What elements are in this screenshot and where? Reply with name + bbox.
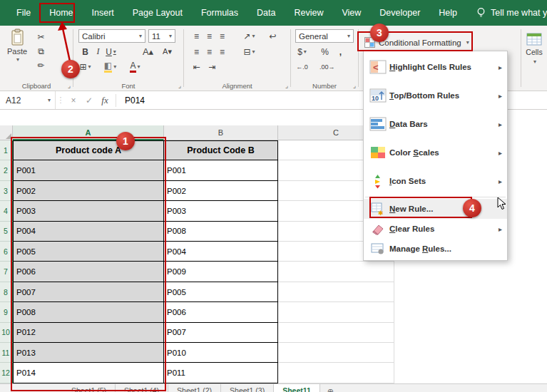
grow-font-button[interactable]: A▴ (141, 45, 155, 58)
name-box[interactable]: A12 ▾ (0, 91, 56, 109)
align-middle-icon: ≡ (207, 31, 212, 41)
alignment-dialog-launcher-icon[interactable]: ⌟ (285, 82, 288, 89)
orientation-button[interactable]: ↗▾ (242, 29, 256, 43)
tab-insert[interactable]: Insert (83, 0, 123, 26)
tab-formulas[interactable]: Formulas (192, 0, 247, 26)
cell-B9[interactable]: P006 (164, 302, 278, 322)
tab-data[interactable]: Data (247, 0, 285, 26)
align-left-button[interactable]: ≡ (190, 45, 203, 58)
font-name-combo[interactable]: Calibri ▾ (78, 29, 145, 43)
cell-B8[interactable]: P005 (164, 282, 278, 302)
cell-B1[interactable]: Product Code B (164, 140, 278, 160)
align-top-button[interactable]: ≡ (190, 29, 203, 43)
number-format-combo[interactable]: General ▾ (295, 29, 354, 43)
menu-item-color-scales[interactable]: Color Scales ▸ (364, 138, 507, 167)
column-header-B[interactable]: B (164, 125, 278, 140)
sheet-tab-3[interactable]: Sheet1 (2) (168, 384, 221, 392)
cell-C9[interactable] (278, 302, 394, 322)
percent-style-button[interactable]: % (318, 45, 332, 58)
italic-button[interactable]: I (91, 45, 105, 58)
tab-view[interactable]: View (332, 0, 370, 26)
cut-button[interactable]: ✂ (34, 30, 48, 43)
submenu-arrow-icon: ▸ (499, 120, 502, 128)
cell-B4[interactable]: P003 (164, 201, 278, 221)
shrink-font-button[interactable]: A▾ (160, 45, 174, 58)
menu-item-top-bottom-rules[interactable]: 10 Top/Bottom Rules ▸ (364, 81, 507, 110)
conditional-formatting-menu: < Highlight Cells Rules ▸ 10 Top/Bottom … (363, 51, 508, 261)
align-center-button[interactable]: ≡ (203, 45, 216, 58)
orientation-caret-icon: ▾ (252, 33, 255, 39)
cell-C7[interactable] (278, 262, 394, 282)
cell-C11[interactable] (278, 343, 394, 363)
align-middle-button[interactable]: ≡ (203, 29, 216, 43)
format-painter-button[interactable]: ✏ (34, 58, 48, 72)
merge-center-button[interactable]: ⊟▾ (242, 45, 256, 58)
font-group: Calibri ▾ 11 ▾ B I U▾ A▴ A▾ ⊞▾ ◧▾ A▾ Fon… (73, 26, 183, 91)
number-group: General ▾ $▾ % , ←.0 .00→ Number ⌟ (291, 26, 358, 91)
copy-button[interactable]: ⧉ (34, 44, 48, 58)
decrease-decimal-button[interactable]: .00→ (319, 60, 335, 73)
fx-icon: fx (101, 95, 108, 105)
cell-C12[interactable] (278, 363, 394, 383)
menu-item-clear-rules[interactable]: Clear Rules ▸ (364, 219, 507, 239)
cells-group-button[interactable]: Cells ▾ (521, 26, 547, 91)
cell-B5[interactable]: P008 (164, 222, 278, 242)
annotation-step-2: 2 (61, 60, 80, 78)
tab-page-layout[interactable]: Page Layout (123, 0, 192, 26)
menu-item-icon-sets[interactable]: Icon Sets ▸ (364, 167, 507, 195)
fill-color-button[interactable]: ◧▾ (103, 60, 117, 73)
annotation-arrow-step2 (56, 21, 80, 63)
clipboard-dialog-launcher-icon[interactable]: ⌟ (68, 82, 71, 89)
align-right-button[interactable]: ≡ (215, 45, 229, 58)
borders-button[interactable]: ⊞▾ (78, 60, 92, 73)
menu-item-manage-rules[interactable]: Manage Rules... (364, 239, 507, 259)
color-scales-icon (367, 145, 389, 160)
formula-bar-input[interactable]: P014 (119, 96, 145, 105)
sheet-tab-4[interactable]: Sheet1 (3) (221, 384, 274, 392)
cell-B11[interactable]: P010 (164, 343, 278, 363)
font-dialog-launcher-icon[interactable]: ⌟ (178, 82, 181, 89)
tab-file[interactable]: File (7, 0, 40, 26)
cell-C10[interactable] (278, 323, 394, 343)
bold-button[interactable]: B (78, 45, 92, 58)
font-color-button[interactable]: A▾ (128, 60, 142, 73)
sheet-tab-active[interactable]: Sheet11 (274, 384, 320, 392)
tell-me-box[interactable]: Tell me what you (476, 7, 547, 19)
cell-B2[interactable]: P001 (164, 160, 278, 180)
decrease-indent-button[interactable]: ⇤ (190, 60, 203, 73)
increase-decimal-button[interactable]: ←.0 (295, 60, 309, 73)
align-top-icon: ≡ (194, 31, 199, 41)
mouse-cursor (497, 197, 506, 210)
insert-function-button[interactable]: fx (97, 95, 113, 106)
tab-help[interactable]: Help (429, 0, 466, 26)
number-dialog-launcher-icon[interactable]: ⌟ (353, 82, 356, 89)
wrap-text-button[interactable]: ↩ (266, 29, 280, 43)
comma-style-button[interactable]: , (334, 45, 347, 58)
cell-B12[interactable]: P011 (164, 363, 278, 383)
cells-icon (526, 33, 542, 46)
accounting-format-button[interactable]: $▾ (295, 45, 309, 58)
new-sheet-icon: ⊕ (327, 387, 334, 392)
cancel-button[interactable]: × (66, 96, 81, 105)
align-bottom-button[interactable]: ≡ (215, 29, 229, 43)
increase-indent-button[interactable]: ⇥ (205, 60, 219, 73)
menu-item-highlight-cells-rules[interactable]: < Highlight Cells Rules ▸ (364, 53, 507, 81)
tab-developer[interactable]: Developer (370, 0, 429, 26)
tab-review[interactable]: Review (285, 0, 332, 26)
enter-button[interactable]: ✓ (81, 96, 97, 105)
annotation-box-new-rule (369, 197, 472, 218)
cell-C8[interactable] (278, 282, 394, 302)
paste-button[interactable]: Paste ▾ (4, 29, 31, 73)
menu-item-data-bars[interactable]: Data Bars ▸ (364, 110, 507, 138)
highlight-cells-rules-icon: < (367, 60, 389, 74)
cell-B3[interactable]: P002 (164, 181, 278, 201)
cell-B7[interactable]: P009 (164, 262, 278, 282)
new-sheet-button[interactable]: ⊕ (327, 387, 334, 392)
cell-B10[interactable]: P007 (164, 323, 278, 343)
font-size-combo[interactable]: 11 ▾ (148, 29, 175, 43)
cell-B6[interactable]: P004 (164, 242, 278, 262)
alignment-group: ≡ ≡ ≡ ↗▾ ↩ ≡ ≡ ≡ ⊟▾ ⇤ ⇥ Alignment ⌟ (184, 26, 290, 91)
wrap-text-icon: ↩ (269, 31, 276, 41)
clipboard-group-label: Clipboard (0, 82, 73, 90)
underline-button[interactable]: U▾ (104, 45, 118, 58)
